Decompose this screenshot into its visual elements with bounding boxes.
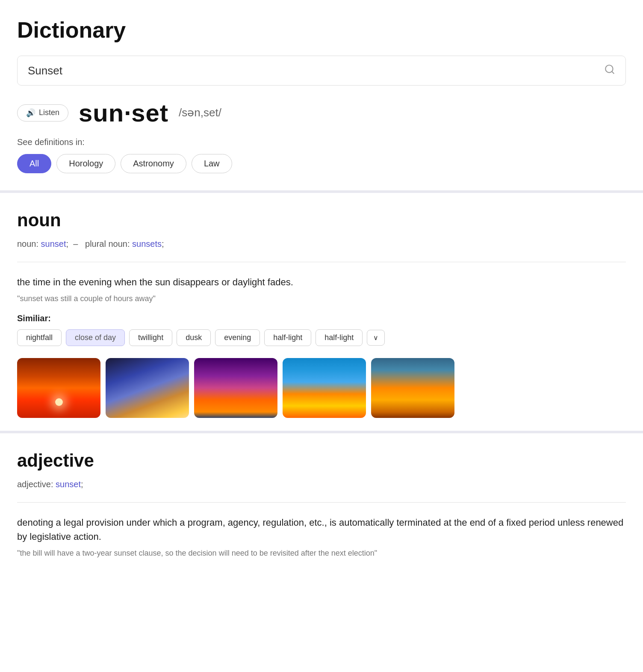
adjective-section: adjective adjective: sunset; denoting a … bbox=[0, 433, 643, 581]
adjective-definition-text: denoting a legal provision under which a… bbox=[17, 515, 626, 544]
sunset-image-2[interactable] bbox=[106, 358, 189, 418]
definitions-label: See definitions in: bbox=[17, 137, 626, 147]
svg-line-1 bbox=[612, 71, 614, 74]
noun-sunsets-link[interactable]: sunsets bbox=[132, 239, 162, 249]
adjective-pos-label: adjective bbox=[17, 450, 626, 471]
search-container bbox=[17, 56, 626, 86]
app-title: Dictionary bbox=[17, 17, 626, 43]
similar-label: Similiar: bbox=[17, 314, 626, 323]
similar-tags: nightfall close of day twillight dusk ev… bbox=[17, 329, 626, 346]
filter-astronomy[interactable]: Astronomy bbox=[121, 154, 186, 173]
tag-half-light-2[interactable]: half-light bbox=[316, 329, 363, 346]
noun-word-forms: noun: sunset; – plural noun: sunsets; bbox=[17, 239, 626, 249]
listen-button[interactable]: 🔊 Listen bbox=[17, 104, 68, 121]
search-input[interactable] bbox=[28, 64, 604, 77]
definition-separator-1 bbox=[17, 262, 626, 262]
sunset-image-3[interactable] bbox=[194, 358, 277, 418]
adjective-example-quote: "the bill will have a two-year sunset cl… bbox=[17, 549, 626, 558]
sunset-image-1[interactable] bbox=[17, 358, 100, 418]
noun-sunset-link[interactable]: sunset bbox=[41, 239, 66, 249]
sunset-image-4[interactable] bbox=[283, 358, 366, 418]
tag-close-of-day[interactable]: close of day bbox=[66, 329, 125, 346]
tag-half-light-1[interactable]: half-light bbox=[264, 329, 311, 346]
word-display: sun·set bbox=[79, 98, 168, 127]
word-pronunciation: /sən,set/ bbox=[179, 106, 221, 119]
speaker-icon: 🔊 bbox=[26, 108, 35, 118]
more-tags-button[interactable]: ∨ bbox=[367, 330, 385, 346]
filter-law[interactable]: Law bbox=[192, 154, 232, 173]
category-filters: All Horology Astronomy Law bbox=[17, 154, 626, 173]
word-header: 🔊 Listen sun·set /sən,set/ bbox=[17, 98, 626, 127]
header-section: Dictionary 🔊 Listen sun·set /sən,set/ Se… bbox=[0, 0, 643, 190]
sunset-images-row bbox=[17, 358, 626, 418]
noun-section: noun noun: sunset; – plural noun: sunset… bbox=[0, 193, 643, 431]
adjective-sunset-link[interactable]: sunset bbox=[56, 480, 81, 489]
search-icon[interactable] bbox=[604, 64, 615, 77]
noun-pos-label: noun bbox=[17, 210, 626, 231]
tag-twilight[interactable]: twillight bbox=[129, 329, 172, 346]
noun-example-quote: "sunset was still a couple of hours away… bbox=[17, 294, 626, 303]
definition-separator-2 bbox=[17, 502, 626, 503]
tag-dusk[interactable]: dusk bbox=[177, 329, 211, 346]
sunset-image-5[interactable] bbox=[371, 358, 454, 418]
noun-definition-text: the time in the evening when the sun dis… bbox=[17, 275, 626, 289]
listen-label: Listen bbox=[39, 108, 59, 117]
tag-nightfall[interactable]: nightfall bbox=[17, 329, 62, 346]
filter-all[interactable]: All bbox=[17, 154, 51, 173]
filter-horology[interactable]: Horology bbox=[56, 154, 115, 173]
tag-evening[interactable]: evening bbox=[215, 329, 260, 346]
adjective-word-forms: adjective: sunset; bbox=[17, 480, 626, 489]
